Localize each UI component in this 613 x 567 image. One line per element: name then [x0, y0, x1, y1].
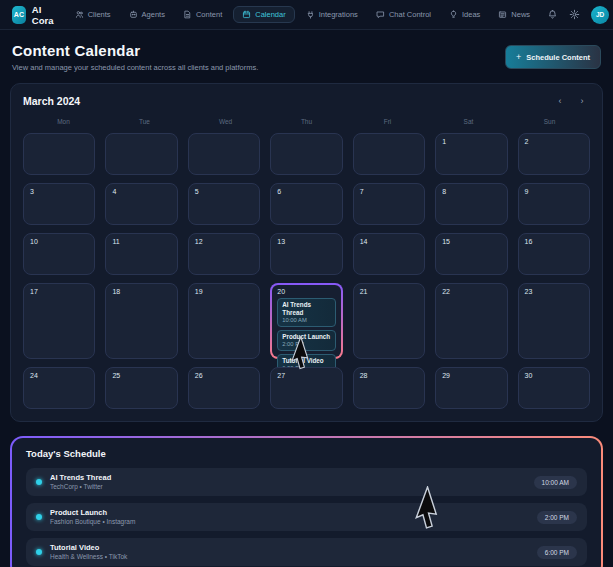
status-dot-icon: [36, 514, 42, 520]
calendar-day-cell[interactable]: 10: [23, 233, 95, 275]
calendar-day-cell[interactable]: 23: [518, 283, 590, 359]
calendar-day-cell[interactable]: 4: [105, 183, 177, 225]
calendar-day-cell[interactable]: 1: [435, 133, 507, 175]
calendar-empty-cell: [353, 133, 425, 175]
nav-item-news[interactable]: News: [491, 6, 537, 23]
schedule-item[interactable]: AI Trends ThreadTechCorp • Twitter10:00 …: [26, 468, 587, 496]
calendar-day-cell[interactable]: 28: [353, 367, 425, 409]
day-number: 3: [30, 188, 88, 195]
brand-name: AI Cora: [32, 4, 58, 26]
calendar-event[interactable]: Product Launch2:00 PM: [277, 330, 335, 351]
schedule-content-label: Schedule Content: [526, 53, 590, 62]
status-dot-icon: [36, 479, 42, 485]
calendar-day-cell[interactable]: 27: [270, 367, 342, 409]
calendar-header: March 2024 ‹ ›: [23, 94, 590, 108]
calendar-day-cell[interactable]: 8: [435, 183, 507, 225]
day-number: 23: [525, 288, 583, 295]
schedule-time-badge: 10:00 AM: [534, 476, 577, 489]
weekday-label: Wed: [185, 118, 266, 125]
nav-item-label: News: [511, 10, 530, 19]
nav-item-chat-control[interactable]: Chat Control: [369, 6, 438, 23]
calendar-day-cell[interactable]: 2: [518, 133, 590, 175]
plug-icon: [306, 10, 315, 19]
calendar-empty-cell: [188, 133, 260, 175]
weekday-label: Sun: [509, 118, 590, 125]
calendar-day-cell[interactable]: 15: [435, 233, 507, 275]
calendar-day-cell[interactable]: 30: [518, 367, 590, 409]
weekday-label: Fri: [347, 118, 428, 125]
nav-item-clients[interactable]: Clients: [68, 6, 118, 23]
calendar-day-cell[interactable]: 25: [105, 367, 177, 409]
nav-item-calendar[interactable]: Calendar: [233, 6, 294, 23]
nav-item-integrations[interactable]: Integrations: [299, 6, 365, 23]
schedule-item-meta: Fashion Boutique • Instagram: [50, 518, 529, 526]
calendar-day-cell[interactable]: 26: [188, 367, 260, 409]
day-number: 4: [112, 188, 170, 195]
day-number: 6: [277, 188, 335, 195]
nav-item-ideas[interactable]: Ideas: [442, 6, 487, 23]
day-number: 20: [277, 288, 335, 295]
calendar-day-cell[interactable]: 12: [188, 233, 260, 275]
calendar-event[interactable]: AI Trends Thread10:00 AM: [277, 298, 335, 327]
calendar-day-cell[interactable]: 24: [23, 367, 95, 409]
weekday-label: Mon: [23, 118, 104, 125]
calendar-day-cell[interactable]: 5: [188, 183, 260, 225]
nav-item-label: Content: [196, 10, 222, 19]
event-time: 10:00 AM: [282, 317, 330, 324]
schedule-item[interactable]: Tutorial VideoHealth & Wellness • TikTok…: [26, 538, 587, 566]
day-number: 21: [360, 288, 418, 295]
nav-items: Clients Agents Content Calendar Integrat…: [68, 6, 537, 23]
schedule-item-text: Tutorial VideoHealth & Wellness • TikTok: [50, 543, 529, 561]
calendar-day-cell[interactable]: 7: [353, 183, 425, 225]
day-number: 26: [195, 372, 253, 379]
event-title: Tutorial Video: [282, 357, 330, 365]
calendar-empty-cell: [23, 133, 95, 175]
day-number: 27: [277, 372, 335, 379]
schedule-item-meta: Health & Wellness • TikTok: [50, 553, 529, 561]
schedule-item-text: Product LaunchFashion Boutique • Instagr…: [50, 508, 529, 526]
calendar-nav: ‹ ›: [552, 94, 590, 108]
day-number: 7: [360, 188, 418, 195]
calendar-day-cell[interactable]: 19: [188, 283, 260, 359]
todays-schedule-title: Today's Schedule: [26, 448, 587, 459]
nav-item-label: Integrations: [319, 10, 358, 19]
event-title: Product Launch: [282, 333, 330, 341]
schedule-content-button[interactable]: + Schedule Content: [505, 45, 601, 69]
calendar-month-label: March 2024: [23, 95, 80, 107]
schedule-item-title: Product Launch: [50, 508, 529, 517]
calendar-day-cell[interactable]: 13: [270, 233, 342, 275]
robot-icon: [129, 10, 138, 19]
calendar-day-cell-selected[interactable]: 20AI Trends Thread10:00 AMProduct Launch…: [270, 283, 342, 359]
calendar-day-cell[interactable]: 22: [435, 283, 507, 359]
calendar-day-cell[interactable]: 21: [353, 283, 425, 359]
next-month-button[interactable]: ›: [574, 94, 590, 108]
users-icon: [75, 10, 84, 19]
calendar-day-cell[interactable]: 6: [270, 183, 342, 225]
schedule-time-badge: 2:00 PM: [537, 511, 577, 524]
schedule-item[interactable]: Product LaunchFashion Boutique • Instagr…: [26, 503, 587, 531]
user-avatar[interactable]: JD: [591, 6, 609, 24]
nav-item-content[interactable]: Content: [176, 6, 229, 23]
event-title: AI Trends Thread: [282, 301, 330, 317]
schedule-item-meta: TechCorp • Twitter: [50, 483, 526, 491]
todays-schedule-list: AI Trends ThreadTechCorp • Twitter10:00 …: [26, 468, 587, 566]
calendar-grid: 1234567891011121314151617181920AI Trends…: [23, 133, 590, 409]
gear-icon[interactable]: [569, 9, 580, 20]
day-number: 16: [525, 238, 583, 245]
calendar-day-cell[interactable]: 29: [435, 367, 507, 409]
calendar-day-cell[interactable]: 9: [518, 183, 590, 225]
day-number: 11: [112, 238, 170, 245]
calendar-day-cell[interactable]: 16: [518, 233, 590, 275]
calendar-day-cell[interactable]: 18: [105, 283, 177, 359]
calendar-day-cell[interactable]: 11: [105, 233, 177, 275]
nav-item-agents[interactable]: Agents: [122, 6, 172, 23]
calendar-day-cell[interactable]: 14: [353, 233, 425, 275]
day-number: 15: [442, 238, 500, 245]
newspaper-icon: [498, 10, 507, 19]
day-events: AI Trends Thread10:00 AMProduct Launch2:…: [277, 298, 335, 375]
calendar-day-cell[interactable]: 3: [23, 183, 95, 225]
bell-icon[interactable]: [547, 9, 558, 20]
prev-month-button[interactable]: ‹: [552, 94, 568, 108]
page-subtitle: View and manage your scheduled content a…: [12, 63, 258, 72]
calendar-day-cell[interactable]: 17: [23, 283, 95, 359]
